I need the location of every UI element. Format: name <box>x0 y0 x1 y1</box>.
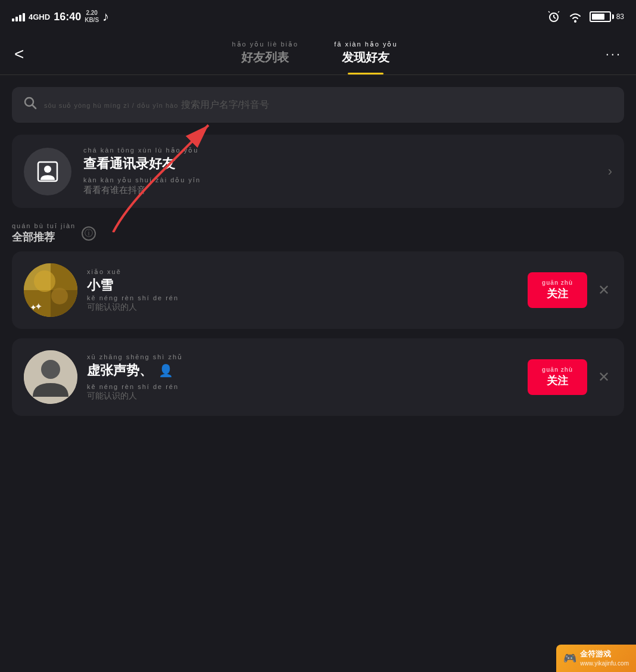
watermark-text: 金符游戏 www.yikajinfu.com <box>580 649 629 667</box>
signal-bars <box>12 12 25 21</box>
contact-info: chá kàn tōng xùn lù hǎo yǒu 查看通讯录好友 kàn … <box>83 147 596 196</box>
status-left: 4GHD 16:40 2.20 KB/S ♪ <box>12 9 109 24</box>
svg-point-5 <box>574 20 576 23</box>
back-button[interactable]: < <box>0 45 38 64</box>
user2-name-row: 虚张声势、 👤 <box>87 362 518 379</box>
watermark-line2: www.yikajinfu.com <box>580 659 629 667</box>
watermark-line1: 金符游戏 <box>580 649 629 659</box>
user1-follow-button[interactable]: guān zhù 关注 <box>528 272 587 308</box>
tab-active-indicator <box>348 73 384 74</box>
user-avatar-2 <box>24 350 77 404</box>
svg-point-18 <box>41 360 60 379</box>
section-title-chinese: 全部推荐 <box>12 230 76 244</box>
search-icon <box>24 97 37 113</box>
nav-tabs: hǎo yǒu liè biǎo 好友列表 fā xiàn hǎo yǒu 发现… <box>38 33 591 74</box>
user2-name-chinese: 虚张声势、 <box>87 362 152 379</box>
user2-sub-chinese: 可能认识的人 <box>87 391 518 402</box>
user1-follow-pinyin: guān zhù <box>542 279 573 286</box>
user2-sub-pinyin: kě néng rèn shí de rén <box>87 383 518 390</box>
svg-line-3 <box>548 11 550 13</box>
search-placeholder-pinyin: sōu suǒ yòng hù míng zì / dǒu yīn hào <box>44 102 178 109</box>
watermark-icon: 🎮 <box>563 652 576 665</box>
status-right: 83 <box>547 10 624 24</box>
contact-avatar <box>24 148 71 195</box>
user2-verified-icon: 👤 <box>158 363 173 378</box>
user2-follow-button[interactable]: guān zhù 关注 <box>528 359 587 395</box>
user2-name-pinyin: xū zhāng shēng shì zhǔ <box>87 353 518 361</box>
info-icon[interactable]: ⓘ <box>82 226 96 241</box>
search-placeholder: sōu suǒ yòng hù míng zì / dǒu yīn hào 搜索… <box>44 99 269 111</box>
user1-dismiss-button[interactable]: ✕ <box>596 279 612 301</box>
user1-sub-chinese: 可能认识的人 <box>87 302 518 313</box>
wifi-icon <box>567 10 584 23</box>
signal-bar-2 <box>15 17 18 21</box>
user1-sub-pinyin: kě néng rèn shí de rén <box>87 294 518 301</box>
svg-point-15 <box>51 288 68 304</box>
user1-follow-chinese: 关注 <box>547 288 568 300</box>
user2-dismiss-button[interactable]: ✕ <box>596 366 612 388</box>
contact-title-chinese: 查看通讯录好友 <box>83 155 596 173</box>
tiktok-logo: ♪ <box>102 9 109 24</box>
user-info-1: xiǎo xuě 小雪 kě néng rèn shí de rén 可能认识的… <box>87 268 518 313</box>
avatar-tree-image: ✦ <box>24 263 77 317</box>
svg-line-2 <box>554 17 556 18</box>
tab-friends-list-pinyin: hǎo yǒu liè biǎo <box>232 41 298 48</box>
user1-name-pinyin: xiǎo xuě <box>87 268 518 276</box>
svg-text:✦: ✦ <box>35 301 42 312</box>
user2-follow-pinyin: guān zhù <box>542 366 573 373</box>
user1-actions: guān zhù 关注 ✕ <box>528 272 612 308</box>
search-bar[interactable]: sōu suǒ yòng hù míng zì / dǒu yīn hào 搜索… <box>12 87 624 123</box>
svg-point-14 <box>34 270 55 292</box>
section-title-pinyin: quán bù tuī jiàn <box>12 222 76 229</box>
more-button[interactable]: ··· <box>591 46 636 62</box>
tab-friends-list[interactable]: hǎo yǒu liè biǎo 好友列表 <box>232 33 298 74</box>
nav-header: < hǎo yǒu liè biǎo 好友列表 fā xiàn hǎo yǒu … <box>0 33 636 75</box>
user-card-2: xū zhāng shēng shì zhǔ 虚张声势、 👤 kě néng r… <box>12 338 624 416</box>
status-bar: 4GHD 16:40 2.20 KB/S ♪ 83 <box>0 0 636 33</box>
signal-bar-1 <box>12 18 14 21</box>
signal-bar-4 <box>23 13 25 21</box>
avatar-person-image <box>24 350 77 404</box>
tab-discover-label: 发现好友 <box>342 49 389 66</box>
contact-sub-chinese: 看看有谁在抖音 <box>83 185 596 196</box>
search-placeholder-chinese: 搜索用户名字/抖音号 <box>181 99 269 110</box>
time-label: 16:40 <box>54 11 81 23</box>
speed-label: 2.20 KB/S <box>85 10 99 24</box>
svg-line-4 <box>558 11 559 13</box>
alarm-icon <box>547 10 561 24</box>
battery-icon: 83 <box>590 11 624 22</box>
user2-follow-chinese: 关注 <box>547 375 568 387</box>
svg-point-10 <box>44 166 51 173</box>
tab-discover-friends[interactable]: fā xiàn hǎo yǒu 发现好友 <box>334 33 397 74</box>
svg-line-7 <box>32 105 36 108</box>
user2-actions: guān zhù 关注 ✕ <box>528 359 612 395</box>
battery-level: 83 <box>616 13 624 21</box>
contact-chevron-icon: › <box>608 164 612 179</box>
watermark: 🎮 金符游戏 www.yikajinfu.com <box>556 645 636 672</box>
signal-bar-3 <box>19 15 21 21</box>
user-avatar-1: ✦ <box>24 263 77 317</box>
tab-friends-list-label: 好友列表 <box>241 49 289 66</box>
user-info-2: xū zhāng shēng shì zhǔ 虚张声势、 👤 kě néng r… <box>87 353 518 402</box>
contact-title-pinyin: chá kàn tōng xùn lù hǎo yǒu <box>83 147 596 154</box>
tab-discover-pinyin: fā xiàn hǎo yǒu <box>334 41 397 48</box>
contact-sub-pinyin: kàn kàn yǒu shuí zài dǒu yīn <box>83 176 596 184</box>
section-title: quán bù tuī jiàn 全部推荐 <box>12 222 76 244</box>
user-card-1: ✦ xiǎo xuě 小雪 kě néng rèn shí de rén 可能认… <box>12 251 624 329</box>
user1-name-chinese: 小雪 <box>87 276 518 294</box>
contact-section[interactable]: chá kàn tōng xùn lù hǎo yǒu 查看通讯录好友 kàn … <box>12 135 624 208</box>
network-label: 4GHD <box>29 13 50 21</box>
section-header: quán bù tuī jiàn 全部推荐 ⓘ <box>12 222 624 244</box>
